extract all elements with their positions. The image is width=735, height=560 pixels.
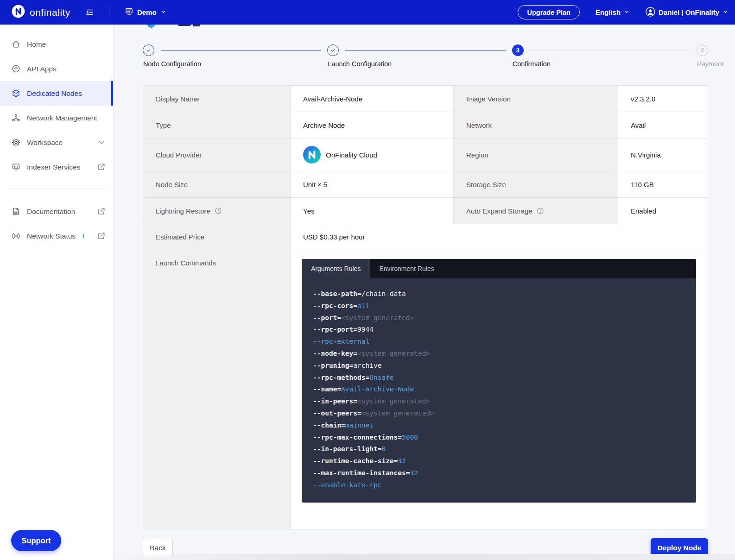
- step-4-pending: 4Payment: [697, 44, 708, 56]
- status-dot-online: [83, 234, 84, 238]
- table-label-text: Cloud Provider: [156, 151, 202, 159]
- gear-icon: [12, 138, 20, 147]
- tab-environment-rules[interactable]: Environment Rules: [370, 259, 443, 278]
- step-connector: [530, 50, 690, 50]
- table-label-cell: Image Version: [454, 86, 618, 112]
- step-label: Node Configuration: [143, 60, 201, 68]
- table-label-cell: Lightning Restore: [143, 198, 291, 224]
- broadcast-icon: [12, 232, 20, 240]
- table-label-text: Type: [156, 121, 171, 129]
- table-label-text: Region: [466, 151, 488, 159]
- external-link-icon: [97, 207, 106, 216]
- bottom-scroll-fade: [93, 554, 735, 560]
- table-value-text: Archive Node: [303, 121, 345, 129]
- table-label-cell: Type: [143, 112, 291, 138]
- user-name: Daniel | OnFinality: [659, 8, 719, 16]
- indexer-icon: [12, 163, 20, 171]
- sidebar: HomeAPI AppsDedicated NodesNetwork Manag…: [0, 25, 114, 560]
- launch-commands-code-block: Arguments RulesEnvironment Rules--base-p…: [302, 259, 696, 503]
- sidebar-item-label: Indexer Services: [27, 163, 90, 171]
- clipped-page-title-text: [193, 25, 200, 26]
- info-icon[interactable]: [215, 207, 222, 214]
- code-line: --base-path=/chain-data: [313, 288, 685, 300]
- external-link-icon: [97, 163, 106, 171]
- code-line: --out-peers=<system generated>: [313, 408, 685, 420]
- confirmation-table: Display NameAvail-Archive-NodeImage Vers…: [143, 85, 708, 529]
- table-label-text: Node Size: [156, 181, 188, 189]
- menu-fold-icon[interactable]: [85, 8, 94, 17]
- home-icon: [12, 40, 20, 49]
- avatar-icon: [646, 7, 655, 18]
- table-value-text: Unit × 5: [303, 181, 327, 189]
- table-value-text: Enabled: [631, 207, 656, 215]
- sidebar-item-api-apps[interactable]: API Apps: [0, 57, 113, 81]
- sidebar-item-network-management[interactable]: Network Management: [0, 106, 113, 130]
- step-2-done: Launch Configuration: [327, 44, 339, 56]
- step-circle: 4: [697, 44, 708, 56]
- table-label-cell: Node Size: [143, 171, 291, 197]
- code-line: --pruning=archive: [313, 360, 685, 372]
- language-selector[interactable]: English: [596, 8, 630, 16]
- table-value-text: 110 GB: [631, 181, 654, 189]
- code-line: --rpc-methods=Unsafe: [313, 372, 685, 384]
- sidebar-item-dedicated-nodes[interactable]: Dedicated Nodes: [0, 81, 113, 106]
- table-label-text: Network: [466, 121, 492, 129]
- table-row: Lightning RestoreYesAuto Expand StorageE…: [143, 198, 708, 224]
- user-menu[interactable]: Daniel | OnFinality: [646, 7, 729, 18]
- table-label-cell: Display Name: [143, 86, 291, 112]
- sidebar-item-label: Workspace: [27, 138, 90, 147]
- step-1-done: Node Configuration: [143, 44, 154, 56]
- network-icon: [12, 113, 20, 122]
- table-label-text: Launch Commands: [156, 259, 216, 267]
- table-label-text: Display Name: [156, 95, 199, 103]
- step-label: Launch Configuration: [328, 60, 392, 68]
- upgrade-plan-button[interactable]: Upgrade Plan: [518, 5, 579, 19]
- code-line: --runtime-cache-size=32: [313, 455, 685, 467]
- sidebar-item-label: Home: [27, 40, 106, 49]
- brand-name: onfinality: [30, 7, 70, 18]
- step-connector: [345, 50, 505, 50]
- code-line: --max-runtime-instances=32: [313, 467, 685, 479]
- sidebar-item-indexer-services[interactable]: Indexer Services: [0, 155, 113, 179]
- info-icon[interactable]: [537, 207, 544, 214]
- table-label-cell: Launch Commands: [143, 250, 291, 529]
- table-value-cell: Avail-Archive-Node: [291, 86, 454, 112]
- table-value-text: v2.3.2.0: [631, 95, 655, 103]
- sidebar-item-workspace[interactable]: Workspace: [0, 130, 113, 155]
- language-label: English: [596, 8, 621, 16]
- tab-arguments-rules[interactable]: Arguments Rules: [302, 259, 370, 278]
- table-label-text: Estimated Price: [156, 233, 204, 241]
- table-value-text: N.Virginia: [631, 151, 661, 159]
- code-line: --in-peers-light=0: [313, 443, 685, 455]
- code-line: --node-key=<system generated>: [313, 348, 685, 360]
- table-label-cell: Cloud Provider: [143, 138, 291, 171]
- header-divider: [109, 6, 109, 19]
- step-connector: [161, 50, 321, 50]
- table-value-cell: 110 GB: [618, 171, 708, 197]
- sidebar-item-documentation[interactable]: Documentation: [0, 199, 113, 224]
- table-value-text: OnFinality Cloud: [326, 151, 377, 159]
- sidebar-divider: [7, 189, 106, 189]
- chevron-down-icon: [97, 138, 106, 147]
- table-value-cell: Unit × 5: [291, 171, 454, 197]
- table-row: Node SizeUnit × 5Storage Size110 GB: [143, 171, 708, 198]
- code-body: --base-path=/chain-data--rpc-cors=all--p…: [302, 278, 696, 503]
- chevron-down-icon: [722, 8, 729, 16]
- table-label-cell: Storage Size: [454, 171, 618, 197]
- sidebar-item-network-status[interactable]: Network Status: [0, 224, 113, 248]
- table-row: TypeArchive NodeNetworkAvail: [143, 112, 708, 138]
- brand[interactable]: onfinality: [0, 5, 70, 20]
- launch-commands-cell: Arguments RulesEnvironment Rules--base-p…: [291, 250, 708, 529]
- sidebar-item-label: Network Management: [27, 114, 106, 122]
- app-header: onfinality Demo Upgrade Plan English: [0, 0, 735, 25]
- sidebar-item-home[interactable]: Home: [0, 32, 113, 57]
- table-value-cell: Yes: [291, 198, 454, 224]
- clipped-page-title-text: [178, 25, 190, 26]
- chevron-down-icon: [160, 8, 166, 17]
- table-value-text: Avail-Archive-Node: [303, 95, 362, 103]
- workspace-switcher[interactable]: Demo: [125, 7, 166, 18]
- support-button[interactable]: Support: [11, 530, 61, 551]
- cube-icon: [12, 89, 20, 98]
- code-line: --rpc-cors=all: [313, 300, 685, 312]
- code-line: --chain=mainnet: [313, 420, 685, 432]
